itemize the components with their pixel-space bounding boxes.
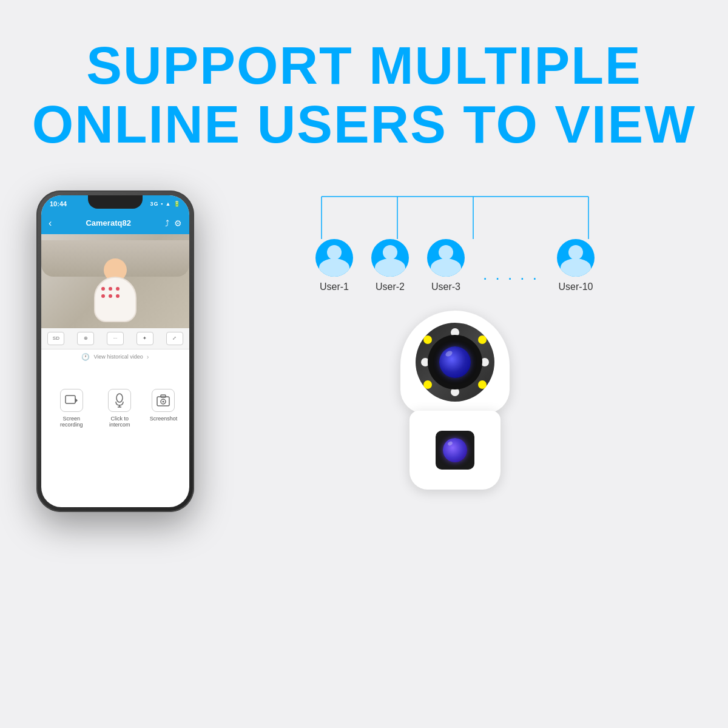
- status-time: 10:44: [50, 200, 67, 207]
- dot: [101, 294, 105, 298]
- user-item-2: User-2: [371, 239, 409, 292]
- baby-figure: [94, 258, 136, 322]
- svg-point-2: [116, 394, 123, 402]
- menu-button[interactable]: ···: [107, 332, 124, 345]
- intercom-label: Click to intercom: [101, 416, 138, 428]
- clock-icon: 🕐: [81, 353, 90, 361]
- sd-button[interactable]: SD: [47, 332, 64, 345]
- intercom-icon[interactable]: [108, 389, 131, 412]
- dot: [116, 294, 120, 298]
- base-lens-reflex: [447, 440, 453, 446]
- user-avatar-10: [557, 239, 595, 277]
- screenshot-label: Screenshot: [150, 416, 178, 422]
- app-title: Cameratq82: [86, 218, 130, 228]
- dots-separator: · · · · ·: [483, 269, 539, 292]
- hist-video-label[interactable]: View historical video: [93, 354, 143, 360]
- svg-marker-1: [75, 398, 78, 403]
- user-avatar-1: [315, 239, 353, 277]
- hist-arrow-icon: ›: [147, 353, 149, 360]
- user-label-10: User-10: [559, 281, 593, 292]
- camera-base: [410, 411, 500, 490]
- control-bar: SD ⊕ ··· ✦ ⤢: [41, 328, 189, 349]
- user-label-3: User-3: [431, 281, 460, 292]
- camera-base-lens: [436, 431, 474, 470]
- user-avatar-2: [371, 239, 409, 277]
- headline-line1: SUPPORT MULTIPLE: [32, 36, 696, 95]
- user-avatar-3: [427, 239, 465, 277]
- back-icon[interactable]: ‹: [49, 218, 52, 229]
- camera-base-lens-inner: [443, 438, 467, 462]
- users-row: User-1 User-2 User-3 · · · · ·: [218, 190, 692, 292]
- add-button[interactable]: ⊕: [77, 332, 94, 345]
- dot: [109, 287, 112, 291]
- svg-rect-6: [161, 395, 166, 397]
- hist-video-row: 🕐 View historical video ›: [41, 349, 189, 365]
- camera-lens-outer: [428, 335, 482, 389]
- users-section: User-1 User-2 User-3 · · · · ·: [218, 190, 692, 292]
- user-label-2: User-2: [376, 281, 405, 292]
- screen-recording-action: Screen recording: [53, 389, 90, 428]
- app-header-bar: ‹ Cameratq82 ⤴ ⚙: [41, 212, 189, 234]
- status-icons: 3G ▪ ▲ 🔋: [150, 201, 181, 207]
- dot: [109, 294, 112, 298]
- baby-wrap-pattern: [101, 287, 120, 298]
- phone-mockup: 10:44 3G ▪ ▲ 🔋 ‹ Cameratq82 ⤴ ⚙: [36, 190, 194, 512]
- camera-lens-inner: [439, 346, 471, 378]
- svg-rect-0: [66, 396, 75, 403]
- screenshot-icon[interactable]: [152, 389, 175, 412]
- camera-feed: [41, 234, 189, 328]
- share-icon[interactable]: ⤴: [165, 218, 169, 228]
- page-container: SUPPORT MULTIPLE ONLINE USERS TO VIEW 10…: [0, 0, 728, 728]
- app-main-area: Screen recording: [41, 365, 189, 434]
- dot: [116, 287, 120, 291]
- app-header-icons: ⤴ ⚙: [165, 218, 182, 228]
- user-item-3: User-3: [427, 239, 465, 292]
- app-actions: Screen recording: [47, 389, 183, 428]
- settings-icon[interactable]: ⚙: [174, 218, 182, 228]
- phone-outer: 10:44 3G ▪ ▲ 🔋 ‹ Cameratq82 ⤴ ⚙: [36, 190, 194, 512]
- baby-wrap: [94, 277, 136, 322]
- user-item-10: User-10: [557, 239, 595, 292]
- screen-recording-icon[interactable]: [60, 389, 83, 412]
- location-button[interactable]: ✦: [136, 332, 153, 345]
- lens-reflex: [445, 349, 453, 357]
- expand-button[interactable]: ⤢: [166, 332, 183, 345]
- headline-line2: ONLINE USERS TO VIEW: [32, 95, 696, 154]
- phone-notch: [88, 195, 143, 209]
- camera-top: [400, 311, 510, 414]
- intercom-action: Click to intercom: [101, 389, 138, 428]
- svg-point-8: [163, 400, 164, 402]
- user-label-1: User-1: [320, 281, 349, 292]
- phone-inner: 10:44 3G ▪ ▲ 🔋 ‹ Cameratq82 ⤴ ⚙: [41, 195, 189, 507]
- right-section: User-1 User-2 User-3 · · · · ·: [218, 190, 692, 490]
- screenshot-action: Screenshot: [150, 389, 178, 422]
- camera-dome: [416, 323, 494, 402]
- screen-recording-label: Screen recording: [53, 416, 90, 428]
- main-content: 10:44 3G ▪ ▲ 🔋 ‹ Cameratq82 ⤴ ⚙: [0, 190, 728, 512]
- user-item-1: User-1: [315, 239, 353, 292]
- header-title: SUPPORT MULTIPLE ONLINE USERS TO VIEW: [32, 36, 696, 154]
- user-dots: · · · · ·: [483, 269, 539, 292]
- camera-illustration: [400, 311, 510, 490]
- dot: [101, 287, 105, 291]
